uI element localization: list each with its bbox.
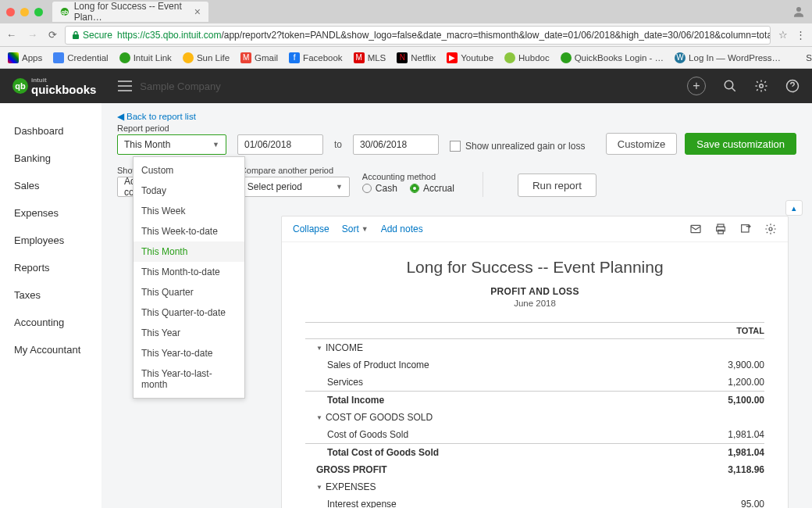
maximize-window[interactable] bbox=[34, 8, 43, 16]
date-from-input[interactable]: 01/06/2018 bbox=[237, 134, 323, 155]
row-sales-product[interactable]: Sales of Product Income bbox=[327, 360, 429, 370]
collapse-panel-icon[interactable]: ▴ bbox=[785, 200, 803, 216]
income-header[interactable]: INCOME bbox=[326, 342, 363, 353]
svg-point-2 bbox=[796, 7, 801, 12]
email-icon[interactable] bbox=[689, 223, 702, 235]
bookmark-intuit-link[interactable]: Intuit Link bbox=[119, 52, 172, 63]
address-bar[interactable]: Secure https://c35.qbo.intuit.com/app/re… bbox=[65, 26, 771, 45]
bookmark-star-icon[interactable]: ☆ bbox=[778, 29, 788, 41]
compare-period-select[interactable]: Select period▼ bbox=[240, 177, 350, 197]
reload-button[interactable]: ⟳ bbox=[48, 29, 57, 41]
nav-dashboard[interactable]: Dashboard bbox=[0, 117, 102, 145]
unrealized-label: Show unrealized gain or loss bbox=[465, 141, 585, 152]
report-company-title: Long for Success -- Event Planning bbox=[305, 258, 764, 277]
bookmark-wp-login[interactable]: WLog In — WordPress… bbox=[675, 52, 781, 63]
svg-rect-11 bbox=[742, 225, 749, 232]
row-interest[interactable]: Interest expense bbox=[327, 499, 397, 508]
nav-my-accountant[interactable]: My Accountant bbox=[0, 336, 102, 363]
browser-toolbar: ← → ⟳ Secure https://c35.qbo.intuit.com/… bbox=[0, 23, 812, 47]
bookmark-sign-in[interactable]: Sign In bbox=[792, 52, 812, 63]
row-cogs[interactable]: Cost of Goods Sold bbox=[327, 429, 408, 440]
report-subtitle: PROFIT AND LOSS bbox=[305, 286, 764, 297]
nav-taxes[interactable]: Taxes bbox=[0, 281, 102, 309]
dd-today[interactable]: Today bbox=[134, 181, 244, 201]
dd-this-year[interactable]: This Year bbox=[134, 323, 244, 343]
bookmark-credential[interactable]: Credential bbox=[53, 52, 108, 63]
report-options-panel: ◀ Back to report list Report period This… bbox=[102, 103, 812, 208]
svg-rect-3 bbox=[73, 34, 79, 39]
date-to-input[interactable]: 30/06/2018 bbox=[353, 134, 439, 155]
dd-this-week[interactable]: This Week bbox=[134, 201, 244, 221]
total-column-header: TOTAL bbox=[305, 322, 764, 339]
dd-this-quarter[interactable]: This Quarter bbox=[134, 282, 244, 302]
bookmark-apps[interactable]: Apps bbox=[8, 52, 42, 63]
close-window[interactable] bbox=[6, 8, 15, 16]
back-to-report-list-link[interactable]: ◀ Back to report list bbox=[117, 111, 796, 122]
browser-tab-strip: qb Long for Success -- Event Plan… × bbox=[0, 0, 812, 23]
minimize-window[interactable] bbox=[20, 8, 29, 16]
bookmark-hubdoc[interactable]: Hubdoc bbox=[504, 52, 550, 63]
report-card: Collapse Sort▼ Add notes Long for Succes… bbox=[281, 216, 789, 508]
customize-button[interactable]: Customize bbox=[606, 133, 677, 155]
bookmark-youtube[interactable]: ▶Youtube bbox=[447, 52, 493, 63]
cogs-header[interactable]: COST OF GOODS SOLD bbox=[326, 412, 433, 423]
nav-arrows: ← → ⟳ bbox=[6, 29, 57, 41]
report-settings-icon[interactable] bbox=[764, 223, 777, 235]
close-tab-icon[interactable]: × bbox=[194, 5, 201, 18]
svg-point-4 bbox=[725, 80, 733, 89]
collapse-link[interactable]: Collapse bbox=[293, 224, 329, 234]
report-period-select[interactable]: This Month▼ bbox=[117, 134, 226, 155]
dd-this-month-td[interactable]: This Month-to-date bbox=[134, 262, 244, 282]
dd-this-year-td[interactable]: This Year-to-date bbox=[134, 343, 244, 363]
bookmark-qb-login[interactable]: QuickBooks Login - … bbox=[561, 52, 664, 63]
back-button[interactable]: ← bbox=[6, 29, 16, 41]
bookmark-netflix[interactable]: NNetflix bbox=[397, 52, 436, 63]
dd-custom[interactable]: Custom bbox=[134, 160, 244, 181]
dd-this-week-td[interactable]: This Week-to-date bbox=[134, 221, 244, 241]
nav-reports[interactable]: Reports bbox=[0, 254, 102, 281]
quick-create-button[interactable]: + bbox=[687, 77, 706, 95]
tab-title: Long for Success -- Event Plan… bbox=[74, 1, 190, 23]
nav-accounting[interactable]: Accounting bbox=[0, 309, 102, 336]
unrealized-checkbox[interactable] bbox=[450, 141, 461, 152]
hamburger-menu-icon[interactable] bbox=[118, 80, 132, 91]
left-nav: Dashboard Banking Sales Expenses Employe… bbox=[0, 103, 102, 508]
row-total-cogs: Total Cost of Goods Sold bbox=[327, 447, 439, 458]
export-icon[interactable] bbox=[739, 223, 752, 235]
dd-this-month[interactable]: This Month bbox=[134, 241, 244, 262]
save-customization-button[interactable]: Save customization bbox=[685, 133, 796, 155]
gear-icon[interactable] bbox=[754, 79, 768, 93]
to-label: to bbox=[334, 139, 342, 155]
dd-this-year-tlm[interactable]: This Year-to-last-month bbox=[134, 363, 244, 395]
bookmark-sun-life[interactable]: Sun Life bbox=[183, 52, 230, 63]
bookmark-mls[interactable]: MMLS bbox=[354, 52, 386, 63]
help-icon[interactable] bbox=[785, 79, 800, 93]
sort-link[interactable]: Sort▼ bbox=[342, 224, 369, 234]
row-gross-profit: GROSS PROFIT bbox=[316, 464, 387, 475]
quickbooks-logo[interactable]: qb intuit quickbooks bbox=[12, 77, 96, 95]
bookmark-facebook[interactable]: fFacebook bbox=[289, 52, 343, 63]
qb-logo-icon: qb bbox=[12, 78, 28, 94]
nav-sales[interactable]: Sales bbox=[0, 172, 102, 199]
expenses-header[interactable]: EXPENSES bbox=[326, 481, 376, 492]
browser-tab[interactable]: qb Long for Success -- Event Plan… × bbox=[52, 2, 208, 22]
row-total-income: Total Income bbox=[327, 395, 384, 406]
forward-button: → bbox=[27, 29, 37, 41]
add-notes-link[interactable]: Add notes bbox=[381, 224, 423, 234]
svg-text:qb: qb bbox=[61, 9, 68, 16]
nav-employees[interactable]: Employees bbox=[0, 227, 102, 254]
accrual-radio[interactable]: Accrual bbox=[410, 183, 454, 194]
svg-rect-10 bbox=[718, 230, 724, 234]
qb-favicon: qb bbox=[60, 6, 69, 17]
search-icon[interactable] bbox=[723, 79, 737, 93]
dd-this-quarter-td[interactable]: This Quarter-to-date bbox=[134, 302, 244, 323]
run-report-button[interactable]: Run report bbox=[518, 174, 597, 197]
nav-banking[interactable]: Banking bbox=[0, 145, 102, 172]
browser-profile-icon[interactable] bbox=[792, 5, 806, 19]
bookmark-gmail[interactable]: MGmail bbox=[240, 52, 278, 63]
cash-radio[interactable]: Cash bbox=[362, 183, 397, 194]
browser-menu-icon[interactable]: ⋮ bbox=[796, 29, 806, 41]
nav-expenses[interactable]: Expenses bbox=[0, 199, 102, 227]
row-services[interactable]: Services bbox=[327, 377, 363, 388]
print-icon[interactable] bbox=[714, 223, 727, 235]
